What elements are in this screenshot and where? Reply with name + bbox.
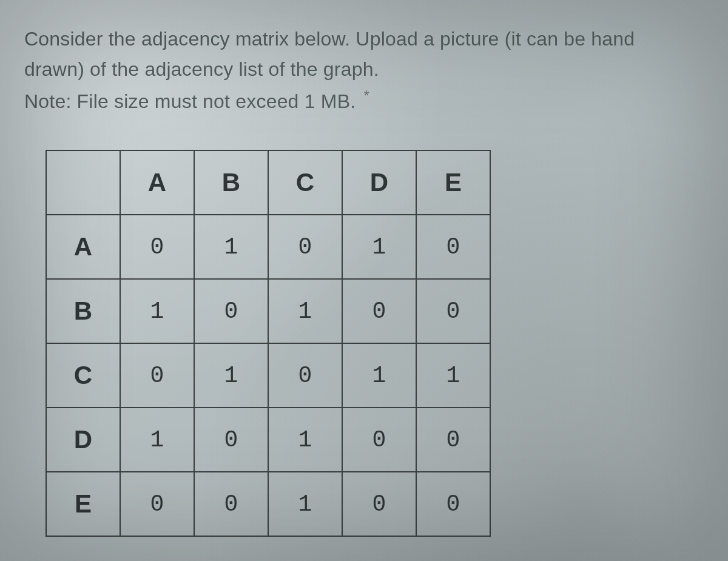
matrix-cell: 0	[194, 279, 268, 343]
matrix-cell: 1	[268, 408, 342, 472]
col-header: E	[416, 150, 490, 215]
matrix-cell: 1	[194, 215, 268, 279]
matrix-cell: 1	[342, 343, 416, 408]
adjacency-matrix-table: A B C D E A 0 1 0 1 0 B 1 0 1 0 0 C 0 1 …	[46, 150, 491, 537]
matrix-cell: 0	[120, 343, 194, 408]
table-row: D 1 0 1 0 0	[46, 408, 490, 472]
prompt-line-3: Note: File size must not exceed 1 MB.	[24, 90, 356, 112]
prompt-line-2: drawn) of the adjacency list of the grap…	[24, 58, 379, 80]
matrix-cell: 1	[342, 215, 416, 279]
col-header: C	[268, 150, 342, 215]
col-header: D	[342, 150, 416, 215]
row-header: B	[46, 279, 120, 343]
matrix-cell: 1	[120, 279, 194, 343]
matrix-cell: 0	[268, 215, 342, 279]
matrix-cell: 0	[342, 472, 416, 536]
matrix-cell: 0	[120, 215, 194, 279]
row-header: C	[46, 343, 120, 408]
row-header: E	[46, 472, 120, 536]
table-row: E 0 0 1 0 0	[46, 472, 490, 536]
matrix-cell: 0	[416, 215, 490, 279]
prompt-line-1: Consider the adjacency matrix below. Upl…	[24, 28, 635, 50]
matrix-cell: 0	[416, 279, 490, 343]
col-header: A	[120, 150, 194, 215]
matrix-cell: 1	[268, 472, 342, 536]
required-asterisk: *	[363, 87, 369, 104]
question-prompt: Consider the adjacency matrix below. Upl…	[24, 24, 704, 116]
table-header-row: A B C D E	[46, 150, 490, 215]
matrix-cell: 0	[194, 408, 268, 472]
table-row: A 0 1 0 1 0	[46, 215, 490, 279]
matrix-cell: 0	[120, 472, 194, 536]
matrix-cell: 0	[342, 408, 416, 472]
question-page: Consider the adjacency matrix below. Upl…	[0, 0, 728, 561]
col-header: B	[194, 150, 268, 215]
matrix-cell: 0	[416, 472, 490, 536]
matrix-cell: 1	[268, 279, 342, 343]
matrix-cell: 1	[416, 343, 490, 408]
matrix-cell: 1	[194, 343, 268, 408]
matrix-cell: 0	[194, 472, 268, 536]
table-row: C 0 1 0 1 1	[46, 343, 490, 408]
matrix-cell: 1	[120, 408, 194, 472]
row-header: A	[46, 215, 120, 279]
row-header: D	[46, 408, 120, 472]
corner-cell	[46, 150, 120, 215]
matrix-cell: 0	[416, 408, 490, 472]
matrix-cell: 0	[268, 343, 342, 408]
table-row: B 1 0 1 0 0	[46, 279, 490, 343]
matrix-cell: 0	[342, 279, 416, 343]
